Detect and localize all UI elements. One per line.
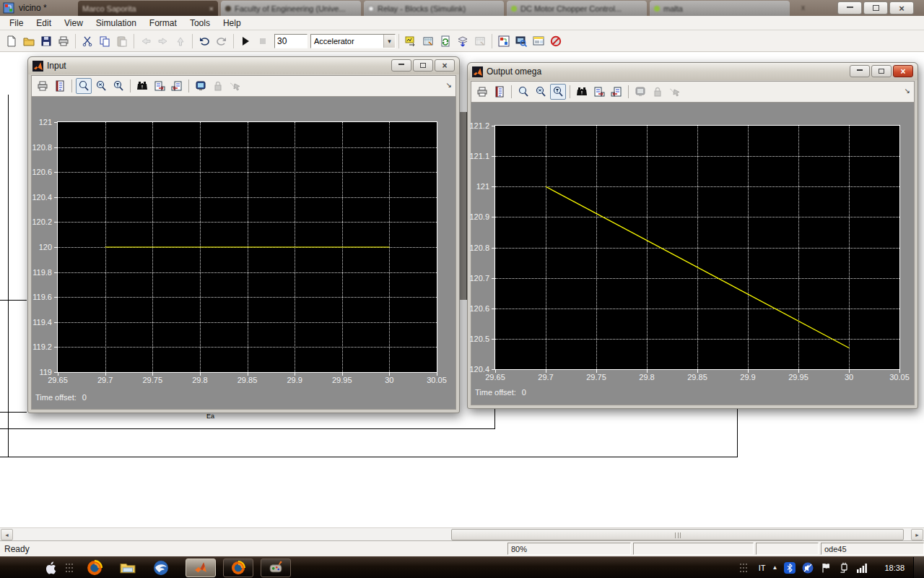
new-model-icon[interactable] xyxy=(4,33,19,49)
restore-button[interactable] xyxy=(863,1,888,14)
scrollbar-thumb[interactable] xyxy=(451,529,904,540)
signal-selection-icon[interactable] xyxy=(227,78,243,94)
redo-icon[interactable] xyxy=(214,33,230,49)
undo-icon[interactable] xyxy=(196,33,212,49)
signal-selection-icon[interactable] xyxy=(667,84,683,100)
volume-muted-icon[interactable] xyxy=(802,562,814,574)
bluetooth-icon[interactable] xyxy=(784,562,796,574)
close-button[interactable]: × xyxy=(435,59,455,72)
output-scope-titlebar[interactable]: Output omega × xyxy=(468,63,918,80)
hidden-icons-arrow[interactable]: ▲ xyxy=(772,564,778,571)
zoom-icon[interactable] xyxy=(515,84,531,100)
lock-axes-icon[interactable] xyxy=(210,78,226,94)
tab-close-icon[interactable]: × xyxy=(206,4,214,13)
taskbar-button-game[interactable] xyxy=(261,558,291,577)
new-tab-icon[interactable]: x xyxy=(801,4,805,12)
power-icon[interactable] xyxy=(838,562,850,574)
network-icon[interactable] xyxy=(856,562,868,574)
menu-item-tools[interactable]: Tools xyxy=(183,18,217,28)
parameters-icon[interactable] xyxy=(492,84,507,100)
menu-item-edit[interactable]: Edit xyxy=(30,18,58,28)
dropdown-arrow-icon[interactable]: ▾ xyxy=(383,35,395,48)
background-tab-3[interactable]: Relay - Blocks (Simulink) xyxy=(364,1,504,16)
start-simulation-icon[interactable] xyxy=(237,33,253,49)
lock-axes-icon[interactable] xyxy=(650,84,666,100)
menu-item-simulation[interactable]: Simulation xyxy=(90,18,143,28)
sim-stop-time-input[interactable] xyxy=(274,34,308,48)
zoom-x-icon[interactable] xyxy=(533,84,549,100)
taskbar-button-firefox[interactable] xyxy=(223,558,253,577)
minimize-button[interactable] xyxy=(850,65,870,77)
sim-mode-select[interactable]: Accelerator▾ xyxy=(310,34,396,48)
forward-icon[interactable] xyxy=(155,33,171,49)
scroll-right-arrow-icon[interactable]: ► xyxy=(911,529,923,540)
save-axes-icon[interactable] xyxy=(152,78,167,94)
show-desktop-button[interactable] xyxy=(913,557,924,578)
print-icon[interactable] xyxy=(35,78,51,94)
open-model-icon[interactable] xyxy=(21,33,37,49)
taskbar-clock[interactable]: 18:38 xyxy=(884,564,905,572)
debug-icon[interactable] xyxy=(548,33,564,49)
background-tab-1[interactable]: Marco Saporita× xyxy=(78,1,218,16)
cut-icon[interactable] xyxy=(79,33,95,49)
close-button[interactable]: × xyxy=(893,65,913,77)
parameters-icon[interactable] xyxy=(52,78,68,94)
paste-icon[interactable] xyxy=(114,33,130,49)
zoom-y-icon[interactable] xyxy=(110,78,126,94)
background-tab-4[interactable]: DC Motor Chopper Control... xyxy=(507,1,647,16)
menu-item-file[interactable]: File xyxy=(3,18,30,28)
model-finder-icon[interactable] xyxy=(513,33,529,49)
maximize-button[interactable] xyxy=(413,59,433,72)
tick-mark xyxy=(492,126,494,126)
save-model-icon[interactable] xyxy=(38,33,54,49)
background-tab-5[interactable]: malta xyxy=(650,1,790,16)
incremental-build-icon[interactable] xyxy=(455,33,471,49)
background-tab-2[interactable]: Faculty of Engineering (Unive... xyxy=(221,1,361,16)
autoscale-icon[interactable] xyxy=(134,78,150,94)
output-scope-plot[interactable]: 29.6529.729.7529.829.8529.929.953030.051… xyxy=(494,125,900,370)
zoom-y-icon[interactable] xyxy=(550,84,566,100)
refresh-blocks-icon[interactable] xyxy=(437,33,453,49)
scroll-left-arrow-icon[interactable]: ◄ xyxy=(1,529,13,540)
language-indicator[interactable]: IT xyxy=(759,564,766,572)
save-axes-icon[interactable] xyxy=(591,84,607,100)
input-scope-plot[interactable]: 29.6529.729.7529.829.8529.929.953030.051… xyxy=(57,121,437,373)
zoom-x-icon[interactable] xyxy=(93,78,109,94)
zoom-icon[interactable] xyxy=(76,78,92,94)
maximize-button[interactable] xyxy=(871,65,892,77)
horizontal-scrollbar[interactable]: ◄ ► xyxy=(0,527,924,540)
menu-item-view[interactable]: View xyxy=(58,18,90,28)
toolbar-overflow-icon[interactable]: ↘ xyxy=(905,87,910,95)
taskbar-button-matlab[interactable] xyxy=(186,558,216,577)
menu-item-format[interactable]: Format xyxy=(143,18,183,28)
autoscale-icon[interactable] xyxy=(574,84,590,100)
model-explorer-icon[interactable] xyxy=(531,33,546,49)
print-icon[interactable] xyxy=(474,84,490,100)
floating-scope-icon[interactable] xyxy=(632,84,648,100)
restore-axes-icon[interactable] xyxy=(609,84,624,100)
toolbar-overflow-icon[interactable]: ↘ xyxy=(446,81,452,89)
stop-simulation-icon[interactable] xyxy=(255,33,271,49)
menu-item-help[interactable]: Help xyxy=(217,18,248,28)
restore-axes-icon[interactable] xyxy=(169,78,185,94)
explorer-folder-icon[interactable] xyxy=(118,558,137,577)
action-center-icon[interactable] xyxy=(820,562,832,574)
close-button[interactable]: × xyxy=(889,1,914,14)
build-all-icon[interactable] xyxy=(472,33,488,49)
copy-icon[interactable] xyxy=(97,33,113,49)
floating-scope-icon[interactable] xyxy=(193,78,209,94)
print-icon[interactable] xyxy=(56,33,71,49)
start-button[interactable] xyxy=(40,558,61,578)
status-bar: Ready 80% ode45 xyxy=(0,540,924,556)
firefox-icon[interactable] xyxy=(85,558,104,577)
up-icon[interactable] xyxy=(173,33,188,49)
thunderbird-icon[interactable] xyxy=(152,558,170,577)
back-icon[interactable] xyxy=(138,33,154,49)
zoom-level-cell: 80% xyxy=(507,543,631,555)
library-browser-icon[interactable] xyxy=(496,33,512,49)
update-diagram-icon[interactable] xyxy=(420,33,436,49)
output-options-icon[interactable] xyxy=(403,33,419,49)
input-scope-titlebar[interactable]: Input × xyxy=(28,57,459,74)
minimize-button[interactable] xyxy=(837,1,862,14)
minimize-button[interactable] xyxy=(391,59,411,72)
